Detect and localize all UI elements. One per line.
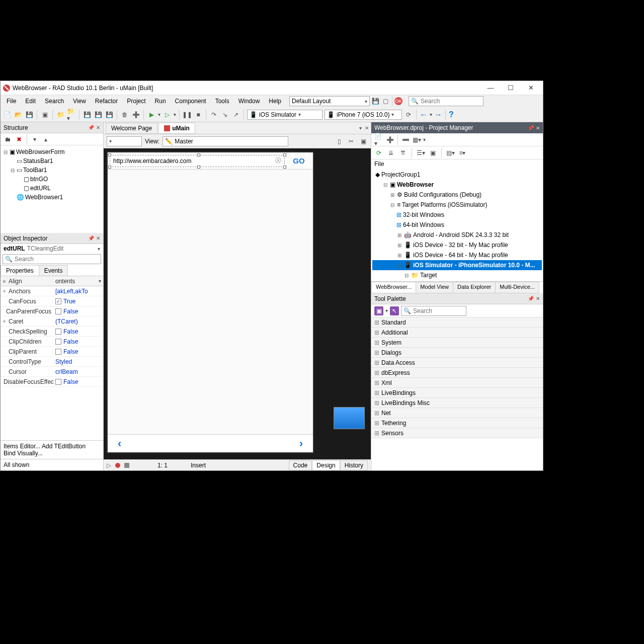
platform-selector[interactable]: 📱 iOS Simulator ▾ bbox=[247, 110, 323, 120]
delete-icon[interactable]: ✖ bbox=[15, 135, 24, 144]
palette-header[interactable]: Tool Palette 📌✕ bbox=[371, 293, 543, 304]
run-nodebug-icon[interactable]: ▷ bbox=[163, 110, 172, 119]
palette-category[interactable]: ⊞Additional bbox=[371, 328, 543, 338]
remove-icon[interactable]: 🗑 bbox=[120, 110, 129, 119]
device-preview[interactable] bbox=[334, 407, 365, 429]
close-tab-icon[interactable]: ✕ bbox=[365, 125, 369, 131]
remove-icon[interactable]: ➖ bbox=[401, 135, 410, 144]
propgrid-header[interactable]: »Align ontents▾ bbox=[1, 276, 103, 286]
tree-node[interactable]: ⊟▭ ToolBar1 bbox=[3, 166, 101, 175]
objinsp-header[interactable]: Object Inspector 📌✕ bbox=[1, 233, 103, 244]
projmgr-tree[interactable]: ◆ ProjectGroup1 ⊟▣ WebBrowser ⊞⚙ Build C… bbox=[371, 169, 543, 281]
add-icon[interactable]: ➕ bbox=[385, 135, 394, 144]
tab-code[interactable]: Code bbox=[289, 460, 312, 470]
ide-search-input[interactable] bbox=[421, 98, 481, 105]
play-icon[interactable]: ▷ bbox=[107, 462, 111, 469]
palette-category[interactable]: ⊞System bbox=[371, 338, 543, 348]
view-selector[interactable]: ✏️ Master bbox=[163, 136, 288, 146]
list-icon[interactable]: ☰▾ bbox=[416, 148, 425, 157]
back-arrow-icon[interactable]: ‹ bbox=[118, 437, 121, 450]
filter-icon[interactable]: 🖿 bbox=[4, 135, 13, 144]
tree-node[interactable]: ▢ btnGO bbox=[3, 175, 101, 184]
align-icon[interactable]: ▯ bbox=[335, 137, 344, 146]
pin-icon[interactable]: 📌 bbox=[88, 235, 94, 241]
projmgr-header[interactable]: WebBrowser.dproj - Project Manager 📌✕ bbox=[371, 122, 543, 133]
ide-search[interactable]: 🔍 bbox=[409, 96, 484, 106]
menu-refactor[interactable]: Refactor bbox=[91, 97, 122, 106]
tree-node[interactable]: 🌐 WebBrowser1 bbox=[3, 193, 101, 202]
structure-tree[interactable]: ⊟▣ WebBrowserForm ▭ StatusBar1 ⊟▭ ToolBa… bbox=[1, 145, 103, 204]
property-row[interactable]: CanFocus✓True bbox=[1, 296, 103, 306]
tree-node-project[interactable]: ⊟▣ WebBrowser bbox=[372, 180, 542, 190]
property-row[interactable]: +Caret(TCaret) bbox=[1, 316, 103, 327]
property-grid[interactable]: +Anchors[akLeft,akToCanFocus✓TrueCanPare… bbox=[1, 286, 103, 440]
tree-node-group[interactable]: ◆ ProjectGroup1 bbox=[372, 170, 542, 180]
maximize-button[interactable]: ☐ bbox=[501, 83, 521, 94]
tree-node[interactable]: ▭ StatusBar1 bbox=[3, 156, 101, 166]
run-icon[interactable]: ▶ bbox=[147, 110, 156, 119]
run-dropdown-icon[interactable]: ▾ bbox=[158, 112, 160, 117]
expand-icon[interactable]: ▾ bbox=[30, 135, 39, 144]
pause-icon[interactable]: ❚❚ bbox=[183, 110, 192, 119]
clear-icon[interactable]: ⓧ bbox=[275, 156, 281, 165]
resize-handle[interactable] bbox=[197, 153, 200, 156]
pmtab-data[interactable]: Data Explorer bbox=[453, 282, 496, 293]
layout-save-icon[interactable]: 💾 bbox=[371, 97, 380, 106]
add-to-project-icon[interactable]: ➕ bbox=[131, 110, 140, 119]
save-project-icon[interactable]: 💾 bbox=[94, 110, 103, 119]
bind-visually-link[interactable]: Bind Visually... bbox=[4, 450, 100, 457]
tree-node-build[interactable]: ⊞⚙ Build Configurations (Debug) bbox=[372, 190, 542, 200]
stop-record-icon[interactable] bbox=[124, 463, 129, 468]
tab-properties[interactable]: Properties bbox=[1, 265, 39, 276]
tree-node-root[interactable]: ⊟▣ WebBrowserForm bbox=[3, 147, 101, 156]
form-designer[interactable]: http://www.embarcadero.com ⓧ GO ‹ › bbox=[104, 148, 371, 459]
tab-welcome[interactable]: Welcome Page bbox=[106, 123, 157, 134]
resize-handle[interactable] bbox=[197, 166, 200, 169]
open-folder-icon[interactable]: 📁 bbox=[56, 110, 65, 119]
menu-view[interactable]: View bbox=[69, 97, 90, 106]
resize-handle[interactable] bbox=[108, 166, 111, 169]
close-icon[interactable]: ✕ bbox=[96, 125, 100, 130]
filter-icon[interactable]: ▣ bbox=[428, 148, 437, 157]
property-row[interactable]: ClipChildrenFalse bbox=[1, 337, 103, 347]
structure-header[interactable]: Structure 📌✕ bbox=[1, 122, 103, 133]
palette-category[interactable]: ⊞Tethering bbox=[371, 418, 543, 428]
palette-category[interactable]: ⊞LiveBindings bbox=[371, 388, 543, 398]
webbrowser-component[interactable] bbox=[108, 170, 313, 434]
view-icon[interactable]: ▦▾ bbox=[412, 135, 421, 144]
tab-design[interactable]: Design bbox=[312, 460, 340, 470]
objinsp-search[interactable]: 🔍 bbox=[3, 254, 101, 264]
minimize-button[interactable]: — bbox=[480, 83, 501, 94]
pmtab-model[interactable]: Model View bbox=[416, 282, 453, 293]
tree-node-targets[interactable]: ⊟≡ Target Platforms (iOSSimulator) bbox=[372, 200, 542, 210]
property-row[interactable]: CanParentFocusFalse bbox=[1, 306, 103, 316]
collapse-icon[interactable]: ⇈ bbox=[398, 148, 408, 157]
refresh-devices-icon[interactable]: ⟳ bbox=[404, 110, 413, 119]
layout-manage-icon[interactable]: ▢ bbox=[381, 97, 390, 106]
category-icon[interactable]: ▣ bbox=[374, 306, 383, 315]
stop-circle-icon[interactable]: OK bbox=[394, 97, 403, 105]
nav-forward-icon[interactable]: → bbox=[434, 110, 442, 119]
objinsp-selector[interactable]: edtURL TClearingEdit ▾ bbox=[1, 244, 103, 253]
group-icon[interactable]: ≡▾ bbox=[458, 148, 467, 157]
menu-search[interactable]: Search bbox=[41, 97, 68, 106]
menu-tools[interactable]: Tools bbox=[211, 97, 233, 106]
btngo-component[interactable]: GO bbox=[287, 156, 311, 165]
menu-window[interactable]: Window bbox=[234, 97, 264, 106]
pointer-icon[interactable]: ↖ bbox=[390, 306, 399, 315]
device-selector[interactable]: 📱 iPhone 7 (iOS 10.0) ▾ bbox=[325, 110, 402, 120]
tree-node-platform[interactable]: ⊞📱 iOS Device - 32 bit - My Mac profile bbox=[372, 240, 542, 250]
resize-handle[interactable] bbox=[283, 166, 286, 169]
open-icon[interactable]: 📂 bbox=[14, 110, 23, 119]
add-form-icon[interactable]: ▣ bbox=[40, 110, 49, 119]
palette-category[interactable]: ⊞Dialogs bbox=[371, 348, 543, 358]
close-icon[interactable]: ✕ bbox=[536, 125, 540, 131]
tree-node-platform-selected[interactable]: ⊟📱 iOS Simulator - iPhoneSimulator 10.0 … bbox=[372, 260, 542, 270]
collapse-icon[interactable]: ▴ bbox=[41, 135, 50, 144]
tree-node-platform[interactable]: ⊞ 64-bit Windows bbox=[372, 220, 542, 230]
close-icon[interactable]: ✕ bbox=[96, 235, 100, 241]
items-editor-link[interactable]: Items Editor... Add TEditButton bbox=[4, 443, 100, 450]
save-all-icon[interactable]: 💾 bbox=[83, 110, 92, 119]
menu-help[interactable]: Help bbox=[265, 97, 285, 106]
property-row[interactable]: CursorcrIBeam bbox=[1, 367, 103, 377]
